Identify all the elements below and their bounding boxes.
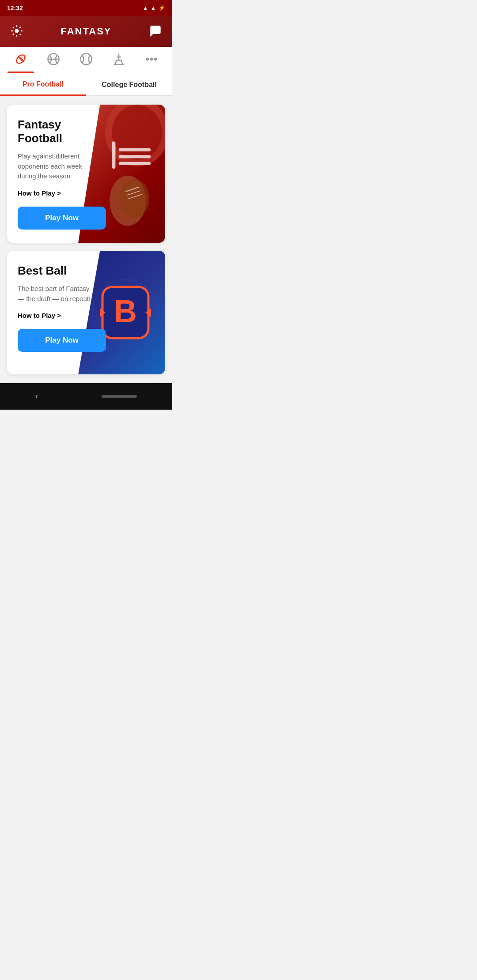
content-area: Fantasy Football Play against different … bbox=[0, 96, 172, 383]
sub-tab-college-football[interactable]: College Football bbox=[86, 73, 172, 95]
card-inner-football: Fantasy Football Play against different … bbox=[7, 105, 165, 243]
tab-basketball[interactable] bbox=[37, 47, 70, 73]
settings-button[interactable] bbox=[9, 23, 25, 40]
wifi-icon: ▲ bbox=[143, 5, 148, 11]
card-inner-bestball: Best Ball The best part of Fantasy — the… bbox=[7, 251, 165, 374]
tab-football[interactable] bbox=[4, 47, 37, 73]
svg-point-21 bbox=[120, 179, 149, 218]
svg-point-11 bbox=[147, 58, 148, 60]
home-indicator[interactable] bbox=[102, 395, 137, 398]
fantasy-football-desc: Play against different opponents each we… bbox=[18, 151, 91, 181]
best-ball-how-to-play[interactable]: How to Play > bbox=[18, 312, 91, 319]
svg-rect-17 bbox=[119, 148, 151, 151]
fantasy-football-how-to-play[interactable]: How to Play > bbox=[18, 189, 91, 197]
app-header: FANTASY bbox=[0, 16, 172, 47]
fantasy-football-title: Fantasy Football bbox=[18, 118, 91, 145]
bottom-nav: ‹ bbox=[0, 383, 172, 410]
app-title: FANTASY bbox=[25, 26, 148, 37]
card-text-bestball: Best Ball The best part of Fantasy — the… bbox=[7, 251, 102, 374]
card-text-football: Fantasy Football Play against different … bbox=[7, 105, 102, 243]
svg-point-13 bbox=[155, 58, 156, 60]
best-ball-card: Best Ball The best part of Fantasy — the… bbox=[7, 251, 165, 374]
battery-icon: ⚡ bbox=[159, 5, 165, 11]
status-bar: 12:32 ▲ ▲ ⚡ bbox=[0, 0, 172, 16]
fantasy-football-card: Fantasy Football Play against different … bbox=[7, 105, 165, 243]
svg-point-15 bbox=[112, 105, 162, 160]
best-ball-desc: The best part of Fantasy — the draft — o… bbox=[18, 284, 91, 304]
status-icons: ▲ ▲ ⚡ bbox=[143, 5, 165, 11]
tab-more[interactable] bbox=[135, 47, 168, 73]
svg-point-12 bbox=[151, 58, 152, 60]
sub-tabs: Pro Football College Football bbox=[0, 73, 172, 96]
status-time: 12:32 bbox=[7, 4, 23, 11]
best-ball-play-now-button[interactable]: Play Now bbox=[18, 329, 106, 352]
tab-baseball[interactable] bbox=[70, 47, 102, 73]
back-button[interactable]: ‹ bbox=[35, 392, 38, 401]
svg-rect-18 bbox=[119, 155, 151, 158]
svg-point-0 bbox=[15, 29, 19, 32]
best-ball-title: Best Ball bbox=[18, 264, 91, 278]
signal-icon: ▲ bbox=[151, 5, 156, 11]
sport-tabs bbox=[0, 47, 172, 73]
svg-rect-16 bbox=[112, 141, 115, 169]
svg-text:B: B bbox=[114, 294, 137, 329]
tab-hockey[interactable] bbox=[102, 47, 135, 73]
sub-tab-pro-football[interactable]: Pro Football bbox=[0, 73, 86, 96]
svg-rect-19 bbox=[119, 162, 151, 165]
messages-button[interactable] bbox=[148, 23, 163, 40]
fantasy-football-play-now-button[interactable]: Play Now bbox=[18, 207, 106, 230]
